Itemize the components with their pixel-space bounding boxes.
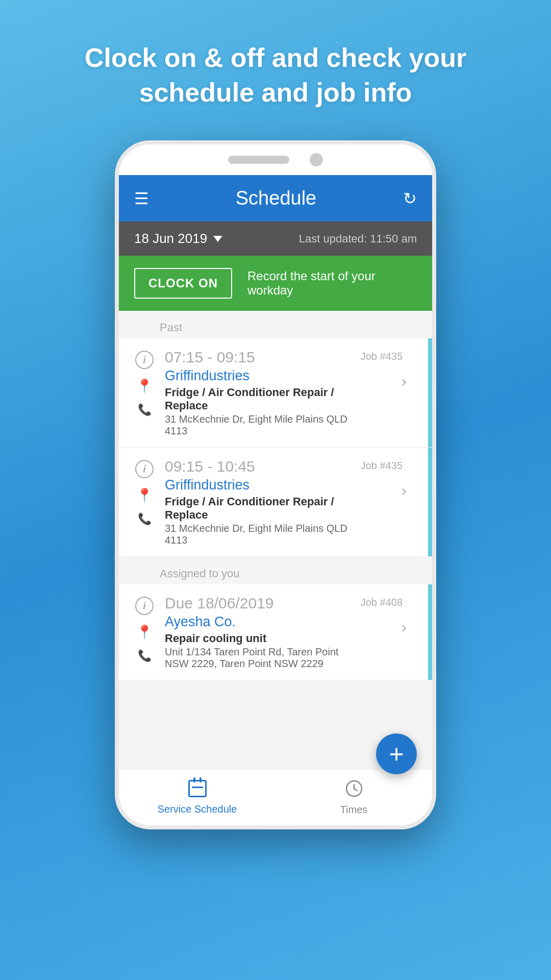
clock-on-description: Record the start of your workday xyxy=(247,269,417,298)
phone-top-bar xyxy=(119,144,432,175)
clock-on-button[interactable]: CLOCK ON xyxy=(134,268,232,299)
phone-icon: 📞 xyxy=(138,512,152,526)
job-icons: i 📍 📞 xyxy=(124,458,165,526)
headline: Clock on & off and check your schedule a… xyxy=(0,41,551,110)
job-address: 31 McKechnie Dr, Eight Mile Plains QLD 4… xyxy=(165,413,361,437)
date-selector[interactable]: 18 Jun 2019 xyxy=(134,231,222,247)
job-side-indicator xyxy=(428,448,432,556)
phone-icon: 📞 xyxy=(138,649,152,663)
phone-camera xyxy=(310,153,323,166)
date-text: 18 Jun 2019 xyxy=(134,231,207,247)
job-card-3[interactable]: i 📍 📞 Due 18/06/2019 Ayesha Co. Repair c… xyxy=(119,584,432,680)
calendar-icon xyxy=(188,780,207,799)
svg-line-2 xyxy=(354,789,357,791)
location-icon: 📍 xyxy=(136,624,153,640)
fab-add-button[interactable]: + xyxy=(376,733,417,774)
job-card-2[interactable]: i 📍 📞 09:15 - 10:45 Griffindustries Frid… xyxy=(119,448,432,557)
chevron-right-icon: › xyxy=(402,482,407,499)
times-icon xyxy=(345,779,363,800)
info-icon: i xyxy=(135,351,154,369)
job-number: Job #408 xyxy=(361,597,407,608)
location-icon: 📍 xyxy=(136,378,153,394)
job-due-time: Due 18/06/2019 xyxy=(165,595,361,612)
calendar-icon-shape xyxy=(188,780,207,797)
nav-service-schedule[interactable]: Service Schedule xyxy=(119,770,276,825)
app-header: ☰ Schedule ↻ xyxy=(119,175,432,222)
job-info: Due 18/06/2019 Ayesha Co. Repair cooling… xyxy=(165,595,361,670)
job-info: 09:15 - 10:45 Griffindustries Fridge / A… xyxy=(165,458,361,546)
job-icons: i 📍 📞 xyxy=(124,595,165,663)
job-address: Unit 1/134 Taren Point Rd, Taren Point N… xyxy=(165,646,361,670)
nav-times[interactable]: Times xyxy=(276,770,432,825)
assigned-section-label: Assigned to you xyxy=(119,557,432,584)
job-address: 31 McKechnie Dr, Eight Mile Plains QLD 4… xyxy=(165,523,361,546)
job-description: Fridge / Air Conditioner Repair / Replac… xyxy=(165,495,361,522)
job-card-1[interactable]: i 📍 📞 07:15 - 09:15 Griffindustries Frid… xyxy=(119,338,432,448)
job-right: Job #408 › xyxy=(361,595,407,636)
past-section-label: Past xyxy=(119,311,432,338)
date-bar: 18 Jun 2019 Last updated: 11:50 am xyxy=(119,222,432,256)
job-company: Griffindustries xyxy=(165,368,361,384)
chevron-right-icon: › xyxy=(402,619,407,636)
job-company: Griffindustries xyxy=(165,477,361,493)
phone-icon: 📞 xyxy=(138,403,152,416)
app-content: ☰ Schedule ↻ 18 Jun 2019 Last updated: 1… xyxy=(119,175,432,825)
info-icon: i xyxy=(135,597,154,615)
last-updated-text: Last updated: 11:50 am xyxy=(299,232,417,246)
location-icon: 📍 xyxy=(136,487,153,503)
job-side-indicator xyxy=(428,338,432,447)
job-number: Job #435 xyxy=(361,351,407,362)
job-right: Job #435 › xyxy=(361,458,407,499)
menu-icon[interactable]: ☰ xyxy=(134,189,149,208)
info-icon: i xyxy=(135,460,154,478)
job-time: 07:15 - 09:15 xyxy=(165,349,361,366)
app-title: Schedule xyxy=(236,187,316,209)
phone-speaker xyxy=(228,156,289,164)
job-description: Repair cooling unit xyxy=(165,632,361,645)
job-side-indicator xyxy=(428,584,432,680)
job-icons: i 📍 📞 xyxy=(124,349,165,416)
phone-frame: ☰ Schedule ↻ 18 Jun 2019 Last updated: 1… xyxy=(115,140,436,829)
job-time: 09:15 - 10:45 xyxy=(165,458,361,475)
job-number: Job #435 xyxy=(361,460,407,472)
nav-schedule-label: Service Schedule xyxy=(158,803,237,815)
job-info: 07:15 - 09:15 Griffindustries Fridge / A… xyxy=(165,349,361,437)
clock-on-bar: CLOCK ON Record the start of your workda… xyxy=(119,256,432,311)
schedule-list: Past i 📍 📞 07:15 - 09:15 Griffindustries… xyxy=(119,311,432,769)
refresh-icon[interactable]: ↻ xyxy=(403,189,417,208)
chevron-right-icon: › xyxy=(402,373,407,390)
job-description: Fridge / Air Conditioner Repair / Replac… xyxy=(165,386,361,412)
job-company: Ayesha Co. xyxy=(165,614,361,630)
nav-times-label: Times xyxy=(340,804,368,816)
date-dropdown-arrow-icon xyxy=(213,236,222,242)
calendar-lines xyxy=(192,787,203,788)
bottom-nav: Service Schedule Times xyxy=(119,769,432,825)
job-right: Job #435 › xyxy=(361,349,407,390)
